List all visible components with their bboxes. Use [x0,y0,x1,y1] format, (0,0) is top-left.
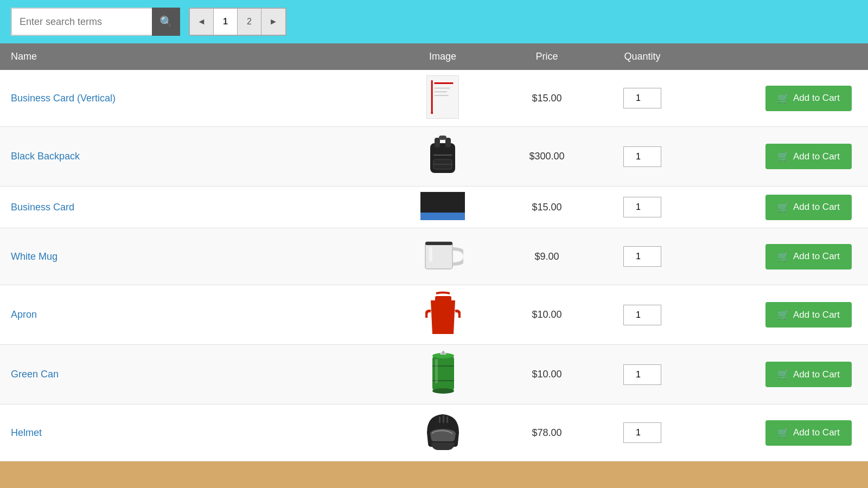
svg-rect-7 [435,138,440,147]
table-row: Helmet [0,404,868,461]
svg-rect-28 [443,415,444,423]
product-name-link[interactable]: Apron [11,309,37,320]
product-name-link[interactable]: Helmet [11,427,42,438]
search-icon: 🔍 [159,15,173,28]
product-name-link[interactable]: Green Can [11,369,59,380]
quantity-input[interactable] [623,364,661,385]
col-quantity: Quantity [599,43,686,70]
product-action-cell: 🛒 Add to Cart [686,404,868,461]
product-image-cell [391,285,495,345]
product-price-cell: $9.00 [495,228,599,285]
cart-icon: 🛒 [777,427,789,439]
product-image-cell [391,127,495,187]
product-name-link[interactable]: Black Backpack [11,151,80,162]
svg-rect-17 [429,247,432,262]
product-image-cell [391,228,495,285]
header-bar: 🔍 ◄ 1 2 ► [0,0,868,43]
svg-rect-2 [435,88,450,89]
pagination-page-1-button[interactable]: 1 [214,8,238,36]
table-row: Green Can [0,345,868,404]
product-price-cell: $15.00 [495,70,599,127]
add-to-cart-label: Add to Cart [793,93,840,104]
product-name-cell: Helmet [0,404,391,461]
add-to-cart-button[interactable]: 🛒 Add to Cart [765,86,852,111]
add-to-cart-label: Add to Cart [793,151,840,162]
pagination-prev-button[interactable]: ◄ [190,8,214,36]
table-row: Apron $10.00 [0,285,868,345]
svg-rect-16 [425,242,452,245]
col-name: Name [0,43,391,70]
product-action-cell: 🛒 Add to Cart [686,228,868,285]
cart-icon: 🛒 [777,93,789,104]
add-to-cart-button[interactable]: 🛒 Add to Cart [765,195,852,220]
product-action-cell: 🛒 Add to Cart [686,70,868,127]
product-action-cell: 🛒 Add to Cart [686,345,868,404]
add-to-cart-button[interactable]: 🛒 Add to Cart [765,420,852,446]
product-quantity-cell [599,228,686,285]
quantity-input[interactable] [623,88,661,108]
product-quantity-cell [599,70,686,127]
product-quantity-cell [599,127,686,187]
add-to-cart-button[interactable]: 🛒 Add to Cart [765,244,852,269]
product-table: Name Image Price Quantity Business Card … [0,43,868,461]
svg-rect-8 [445,138,451,147]
svg-point-21 [432,388,454,394]
svg-rect-0 [431,80,433,114]
product-image-helmet [423,410,463,453]
product-action-cell: 🛒 Add to Cart [686,285,868,345]
table-row: White Mug $9.00 [0,228,868,285]
search-button[interactable]: 🔍 [152,8,180,36]
product-image-mug [423,234,463,277]
product-price-cell: $300.00 [495,127,599,187]
product-action-cell: 🛒 Add to Cart [686,127,868,187]
svg-rect-5 [431,112,433,114]
svg-rect-3 [435,91,447,92]
add-to-cart-label: Add to Cart [793,202,840,213]
product-image-cell [391,187,495,228]
table-header-row: Name Image Price Quantity [0,43,868,70]
quantity-input[interactable] [623,422,661,443]
add-to-cart-button[interactable]: 🛒 Add to Cart [765,362,852,387]
product-image-cell [391,404,495,461]
add-to-cart-button[interactable]: 🛒 Add to Cart [765,144,852,169]
cart-icon: 🛒 [777,369,789,380]
add-to-cart-label: Add to Cart [793,427,840,438]
svg-rect-1 [435,82,454,84]
pagination-next-button[interactable]: ► [261,8,285,36]
table-row: Business Card $15.00 🛒 Add to Cart [0,187,868,228]
product-image-cell [391,70,495,127]
product-quantity-cell [599,285,686,345]
col-price: Price [495,43,599,70]
quantity-input[interactable] [623,197,661,217]
quantity-input[interactable] [623,305,661,325]
add-to-cart-label: Add to Cart [793,310,840,320]
product-name-link[interactable]: Business Card [11,202,74,213]
product-name-cell: Green Can [0,345,391,404]
product-name-cell: Black Backpack [0,127,391,187]
cart-icon: 🛒 [777,151,789,162]
product-name-cell: Business Card [0,187,391,228]
table-row: Business Card (Vertical) $15.00 [0,70,868,127]
col-action [686,43,868,70]
quantity-input[interactable] [623,246,661,267]
product-price-cell: $10.00 [495,285,599,345]
add-to-cart-label: Add to Cart [793,251,840,262]
search-input[interactable] [11,8,152,36]
product-name-link[interactable]: White Mug [11,251,58,262]
svg-rect-25 [442,351,444,354]
svg-rect-9 [439,136,446,140]
product-name-cell: White Mug [0,228,391,285]
product-quantity-cell [599,404,686,461]
table-row: Black Backpack [0,127,868,187]
product-action-cell: 🛒 Add to Cart [686,187,868,228]
product-name-link[interactable]: Business Card (Vertical) [11,93,116,104]
product-price-cell: $15.00 [495,187,599,228]
product-price-cell: $78.00 [495,404,599,461]
product-image-cell [391,345,495,404]
add-to-cart-button[interactable]: 🛒 Add to Cart [765,302,852,328]
quantity-input[interactable] [623,146,661,167]
product-image-business-card [420,192,465,220]
svg-rect-14 [420,213,465,220]
product-price-cell: $10.00 [495,345,599,404]
pagination-page-2-button[interactable]: 2 [238,8,261,36]
